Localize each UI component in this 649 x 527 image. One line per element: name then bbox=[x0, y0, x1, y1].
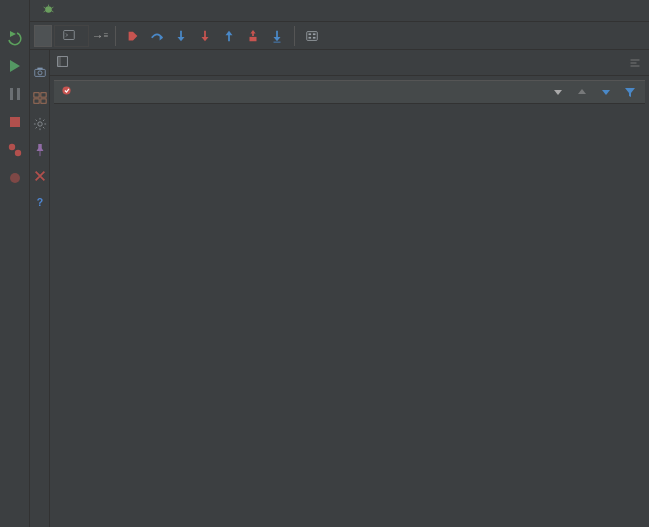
svg-point-4 bbox=[14, 150, 20, 156]
toolbar-separator bbox=[294, 26, 295, 46]
toolbar-separator bbox=[115, 26, 116, 46]
thread-selector[interactable] bbox=[54, 80, 645, 104]
thread-dropdown-button[interactable] bbox=[549, 83, 567, 101]
stop-button[interactable] bbox=[5, 112, 25, 132]
drop-frame-button[interactable] bbox=[242, 25, 264, 47]
svg-point-3 bbox=[8, 144, 14, 150]
settings-icon[interactable] bbox=[32, 116, 48, 132]
svg-point-6 bbox=[45, 6, 52, 13]
tab-debugger[interactable] bbox=[34, 25, 52, 47]
svg-rect-17 bbox=[33, 93, 38, 97]
svg-point-25 bbox=[62, 86, 70, 94]
svg-rect-2 bbox=[10, 117, 20, 127]
camera-icon[interactable] bbox=[32, 64, 48, 80]
debug-titlebar bbox=[30, 0, 649, 22]
thread-breakpoint-icon bbox=[60, 84, 73, 100]
svg-rect-7 bbox=[64, 30, 75, 39]
svg-rect-20 bbox=[40, 99, 45, 103]
debug-toolbar: →≡ bbox=[30, 22, 649, 50]
console-icon bbox=[63, 29, 75, 43]
svg-rect-8 bbox=[250, 36, 257, 40]
svg-rect-18 bbox=[40, 93, 45, 97]
frame-list bbox=[54, 104, 645, 527]
svg-rect-10 bbox=[309, 33, 312, 35]
frames-icon bbox=[56, 55, 69, 70]
resume-button[interactable] bbox=[5, 56, 25, 76]
close-icon[interactable] bbox=[32, 168, 48, 184]
svg-rect-0 bbox=[10, 88, 13, 100]
mute-breakpoints-button[interactable] bbox=[5, 168, 25, 188]
next-frame-button[interactable] bbox=[597, 83, 615, 101]
svg-rect-24 bbox=[58, 57, 61, 67]
side-settings-column: ? bbox=[30, 50, 50, 527]
pin-icon[interactable] bbox=[32, 142, 48, 158]
svg-rect-9 bbox=[307, 31, 318, 40]
force-step-into-button[interactable] bbox=[194, 25, 216, 47]
svg-rect-16 bbox=[37, 68, 42, 70]
run-to-cursor-button[interactable] bbox=[266, 25, 288, 47]
svg-rect-13 bbox=[313, 36, 316, 38]
svg-point-15 bbox=[37, 71, 41, 75]
layout-icon[interactable] bbox=[32, 90, 48, 106]
svg-point-5 bbox=[10, 173, 20, 183]
help-icon[interactable]: ? bbox=[32, 194, 48, 210]
tab-console[interactable] bbox=[54, 25, 89, 47]
step-into-button[interactable] bbox=[170, 25, 192, 47]
run-sidebar bbox=[0, 0, 30, 527]
svg-text:?: ? bbox=[36, 196, 42, 208]
filter-frames-button[interactable] bbox=[621, 83, 639, 101]
show-execution-point-button[interactable] bbox=[122, 25, 144, 47]
frames-panel-settings-icon[interactable] bbox=[627, 55, 643, 71]
evaluate-expression-button[interactable] bbox=[301, 25, 323, 47]
view-breakpoints-button[interactable] bbox=[5, 140, 25, 160]
svg-rect-1 bbox=[17, 88, 20, 100]
bug-icon bbox=[42, 3, 55, 18]
step-over-button[interactable] bbox=[146, 25, 168, 47]
tab-more-button[interactable]: →≡ bbox=[91, 25, 109, 47]
prev-frame-button[interactable] bbox=[573, 83, 591, 101]
svg-point-21 bbox=[37, 122, 41, 126]
svg-rect-19 bbox=[33, 99, 38, 103]
frames-panel-header bbox=[50, 50, 649, 76]
pause-button[interactable] bbox=[5, 84, 25, 104]
rerun-button[interactable] bbox=[5, 28, 25, 48]
svg-rect-12 bbox=[313, 33, 316, 35]
svg-rect-11 bbox=[309, 36, 312, 38]
step-out-button[interactable] bbox=[218, 25, 240, 47]
